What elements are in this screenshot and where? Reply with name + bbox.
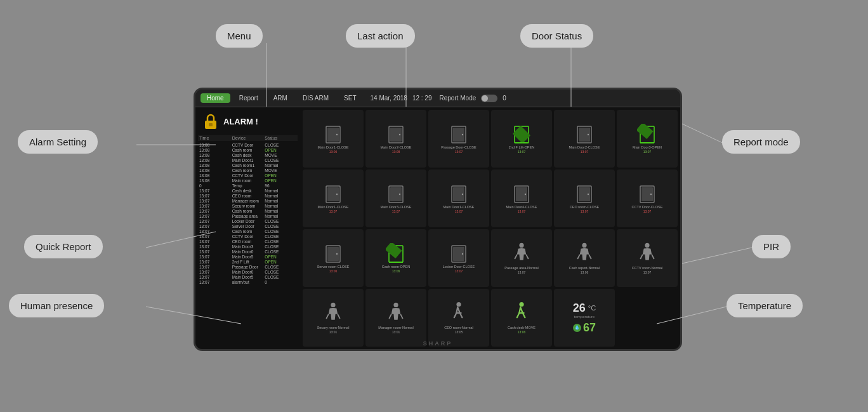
svg-point-55: [462, 253, 463, 255]
grid-row-4: Secury room-Normal13:01 Manager room-Nor…: [303, 289, 678, 347]
log-row: 13:07CCTV DoorCLOSE: [198, 234, 298, 239]
door-icon: [323, 243, 343, 263]
log-row: 13:08Cash deskMOVE: [198, 152, 298, 157]
nav-report[interactable]: Report: [233, 93, 265, 103]
svg-line-4: [682, 124, 727, 145]
log-row: 13:08Cash room1Normal: [198, 163, 298, 168]
cell-cash-pir: Cash report-Normal13:06: [554, 229, 615, 287]
cell-server-room: Server room-CLOSE13:06: [303, 229, 364, 287]
svg-point-43: [588, 194, 589, 195]
door-open-green-icon: [386, 243, 406, 263]
svg-point-31: [336, 194, 338, 195]
door-open-green-icon: [637, 124, 657, 144]
log-row: 13:07Main Door0CLOSE: [198, 249, 298, 254]
log-header: Time Device Status: [198, 135, 298, 141]
nav-time: 12 : 29: [412, 95, 432, 102]
svg-point-19: [462, 134, 463, 135]
door-open-icon: [511, 124, 532, 144]
pir-person-icon: [637, 242, 657, 265]
svg-point-49: [336, 253, 338, 255]
grid-row-3: Server room-CLOSE13:06 Cash room-OPEN13:…: [303, 229, 678, 287]
door-icon: [323, 183, 343, 204]
grid-row-2: Main Door1-CLOSE13:07 Main Door3-CLOSE13…: [303, 169, 678, 227]
cell-passage-pir: Passage area-Normal13:07: [491, 229, 552, 287]
svg-point-61: [456, 302, 461, 307]
report-mode-callout: Report mode: [722, 130, 800, 154]
humidity-value: 67: [583, 321, 596, 335]
cell-r2-3: Main Door1-CLOSE13:07: [428, 169, 489, 227]
svg-point-40: [525, 194, 526, 195]
nav-bar: Home Report ARM DIS ARM SET 14 Mar, 2018…: [195, 90, 680, 107]
log-row: 13:07Cash roomNormal: [198, 208, 298, 213]
log-row: 13:07Cash deskNormal: [198, 188, 298, 193]
last-action-callout: Last action: [346, 24, 415, 48]
svg-line-6: [682, 248, 752, 263]
grid-row-1: Main Door1-CLOSE13:06 Main Door2-CLOSE13…: [303, 110, 678, 168]
lock-icon: [202, 112, 220, 130]
cell-r2-5: CEO room-CLOSE13:07: [554, 169, 615, 227]
door-closed-icon: [386, 124, 406, 144]
cell-passage-door: Passage Door-CLOSE13:07: [428, 110, 489, 168]
human-presence-callout: Human presence: [9, 294, 104, 317]
svg-point-57: [582, 243, 586, 248]
log-row: 13:08Main roomOPEN: [198, 178, 298, 183]
nav-report-mode: Report Mode: [439, 95, 476, 102]
nav-set[interactable]: SET: [338, 93, 362, 103]
cell-ceo-pir: CEO room-Normal13:05: [428, 289, 489, 347]
svg-point-16: [399, 134, 400, 135]
log-row: 13:08CCTV DoorCLOSE: [198, 142, 298, 147]
log-row: 13:07Main Door0CLOSE: [198, 269, 298, 274]
quick-report-callout: Quick Report: [24, 235, 103, 258]
pir-active-icon: [511, 302, 532, 324]
monitor: Home Report ARM DIS ARM SET 14 Mar, 2018…: [194, 88, 682, 351]
log-row: 13:07Server DoorCLOSE: [198, 223, 298, 229]
svg-point-58: [645, 243, 649, 248]
cell-r2-6: CCTV Door-CLOSE13:07: [617, 169, 678, 227]
sharp-brand: SHARP: [423, 340, 453, 347]
nav-arm[interactable]: ARM: [267, 93, 294, 103]
report-mode-toggle[interactable]: [481, 95, 497, 102]
log-row: 13:08Cash roomMOVE: [198, 168, 298, 173]
log-row: 13:07CEO roomCLOSE: [198, 239, 298, 244]
cell-r2-2: Main Door3-CLOSE13:07: [365, 169, 426, 227]
log-row: 13:07alarm/out0: [198, 279, 298, 284]
log-row: 13:07Secury roomNormal: [198, 203, 298, 208]
cell-locker-door: Locker Door-CLOSE13:07: [428, 229, 489, 287]
menu-callout: Menu: [216, 24, 263, 48]
cell-main-door1: Main Door1-CLOSE13:06: [303, 110, 364, 168]
grid-area: Main Door1-CLOSE13:06 Main Door2-CLOSE13…: [300, 107, 680, 349]
pir-person-icon: [574, 242, 595, 265]
log-row: 13:07Main Door3CLOSE: [198, 244, 298, 249]
svg-point-60: [393, 303, 398, 307]
door-icon: [637, 183, 657, 204]
svg-point-13: [336, 134, 338, 135]
svg-point-56: [519, 243, 523, 248]
svg-point-37: [462, 194, 463, 195]
pir-walking-icon: [449, 302, 469, 324]
temp-value: 26: [573, 302, 586, 315]
pir-person-icon: [386, 302, 406, 324]
cell-main-door2: Main Door2-CLOSE13:08: [365, 110, 426, 168]
door-icon: [386, 183, 406, 204]
temp-unit: °C: [588, 304, 596, 312]
content-area: ALARM ! Time Device Status 13:08CCTV Doo…: [195, 107, 680, 349]
cell-manager-pir: Manager room-Normal13:01: [365, 289, 426, 347]
nav-disarm[interactable]: DIS ARM: [296, 93, 335, 103]
cell-empty: [617, 289, 678, 347]
log-row: 13:07Passage areaNormal: [198, 213, 298, 218]
log-row: 13:07Locker DoorCLOSE: [198, 218, 298, 223]
svg-point-46: [650, 194, 652, 195]
svg-point-34: [399, 194, 400, 195]
cell-temperature: 26 °C temperature 💧 67: [554, 289, 615, 347]
log-row: 13:07Main Door5CLOSE: [198, 274, 298, 279]
door-icon: [449, 183, 469, 204]
temp-label: temperature: [574, 315, 595, 319]
nav-zero: 0: [503, 95, 506, 102]
log-row: 13:072nd F LiftOPEN: [198, 259, 298, 264]
svg-point-59: [331, 303, 335, 307]
door-icon: [574, 183, 595, 204]
cell-main-door3-open: Main Door3-OPEN13:07: [617, 110, 678, 168]
pir-callout: PIR: [752, 235, 791, 258]
nav-home[interactable]: Home: [201, 93, 230, 103]
log-row: 13:07CEO roomNormal: [198, 193, 298, 198]
